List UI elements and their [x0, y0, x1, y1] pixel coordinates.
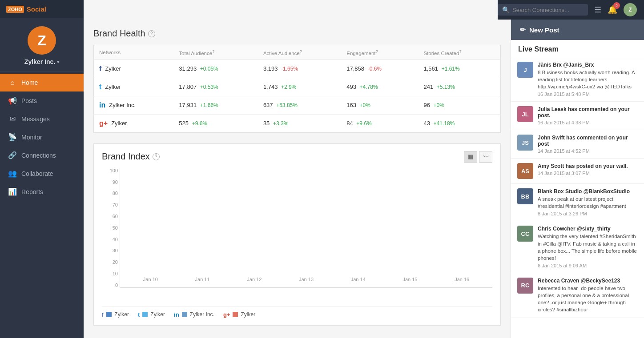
stream-content: Jānis Brx @Janis_Brx 8 Business books ac… [538, 62, 638, 97]
list-item[interactable]: JS John Swift has commented on your post… [511, 130, 644, 159]
sidebar: ZOHO Social Z Zylker Inc. ▾ ⌂ Home 📢 Pos… [0, 0, 84, 338]
legend-item: t Zylker [138, 311, 165, 318]
new-post-button[interactable]: ✏ New Post [511, 20, 644, 40]
search-input[interactable] [512, 7, 584, 13]
y-label: 60 [102, 214, 118, 219]
avatar: JS [517, 135, 533, 151]
topbar: 🔍 ☰ 🔔 2 Z [498, 0, 644, 20]
stream-content: Amy Scott has posted on your wall. 14 Ja… [538, 163, 638, 176]
sidebar-item-home[interactable]: ⌂ Home [0, 74, 84, 91]
stories-cell: 1,561 +1.61% [418, 60, 500, 78]
y-label: 40 [102, 237, 118, 242]
stream-time: 16 Jan 2015 at 4:38 PM [538, 120, 638, 125]
stream-text: Interested to hear- do people have two p… [538, 285, 638, 313]
engagement-cell: 163 +0% [341, 96, 418, 114]
y-label: 20 [102, 259, 118, 265]
active-audience-cell: 637 +53.85% [258, 96, 341, 114]
reports-icon: 📊 [8, 187, 17, 196]
posts-icon: 📢 [8, 96, 17, 105]
stream-content: John Swift has commented on your post 14… [538, 135, 638, 154]
bar-chart-toggle[interactable]: ▦ [464, 151, 477, 163]
stream-name: Julia Leask has commented on your post. [538, 106, 638, 119]
live-stream-list: J Jānis Brx @Janis_Brx 8 Business books … [511, 57, 644, 338]
stream-content: Julia Leask has commented on your post. … [538, 106, 638, 125]
x-axis-labels: Jan 10Jan 11Jan 12Jan 13Jan 14Jan 15Jan … [120, 277, 492, 282]
brand-index-chart: 0102030405060708090100 Jan 10Jan 11Jan 1… [102, 168, 492, 301]
user-avatar[interactable]: Z [624, 3, 637, 16]
brand-index-header: Brand Index ? ▦ 〰 [102, 151, 492, 163]
list-item[interactable]: J Jānis Brx @Janis_Brx 8 Business books … [511, 57, 644, 102]
stream-name: Rebecca Craven @BeckySee123 [538, 278, 638, 284]
network-cell: in Zylker Inc. [94, 96, 174, 114]
brand-index-help-icon[interactable]: ? [153, 153, 160, 160]
stream-name: Amy Scott has posted on your wall. [538, 163, 638, 169]
table-row: t Zylker 17,807 +0.53% 1,743 +2.9% 493 +… [94, 78, 501, 96]
collaborate-icon: 👥 [8, 169, 17, 178]
list-item[interactable]: BB Blank Box Studio @BlankBoxStudio A sn… [511, 184, 644, 221]
engagement-cell: 84 +9.6% [341, 114, 418, 132]
sidebar-item-collaborate[interactable]: 👥 Collaborate [0, 164, 84, 183]
active-audience-cell: 1,743 +2.9% [258, 78, 341, 96]
avatar: BB [517, 188, 533, 204]
live-stream-header: Live Stream [511, 40, 644, 57]
line-chart-toggle[interactable]: 〰 [479, 151, 492, 163]
list-item[interactable]: CC Chris Cowcher @sixty_thirty Watching … [511, 221, 644, 273]
stream-content: Rebecca Craven @BeckySee123 Interested t… [538, 278, 638, 313]
engagement-cell: 493 +4.78% [341, 78, 418, 96]
search-icon: 🔍 [502, 6, 510, 13]
right-sidebar: ✏ New Post Live Stream J Jānis Brx @Jani… [511, 20, 644, 338]
x-label: Jan 12 [228, 277, 280, 282]
col-engagement: Engagement? [341, 45, 418, 60]
stream-time: 14 Jan 2015 at 4:52 PM [538, 148, 638, 154]
y-axis-labels: 0102030405060708090100 [102, 168, 118, 288]
content-area: Brand Health ? Networks Total Audience? … [84, 20, 511, 338]
sidebar-item-reports[interactable]: 📊 Reports [0, 183, 84, 201]
notification-bell[interactable]: 🔔 2 [608, 5, 617, 15]
y-label: 90 [102, 179, 118, 185]
legend-item: g+ Zylker [223, 311, 255, 318]
chart-toggle: ▦ 〰 [464, 151, 492, 163]
stream-name: John Swift has commented on your post [538, 135, 638, 147]
monitor-icon: 📡 [8, 133, 17, 141]
brand-health-table: Networks Total Audience? Active Audience… [93, 45, 501, 133]
sidebar-item-posts[interactable]: 📢 Posts [0, 91, 84, 110]
table-row: g+ Zylker 525 +9.6% 35 +3.3% 84 +9.6% 43… [94, 114, 501, 132]
engagement-cell: 17,858 -0.6% [341, 60, 418, 78]
stream-name: Blank Box Studio @BlankBoxStudio [538, 188, 638, 195]
stream-text: Watching the very talented #SheridanSmit… [538, 233, 638, 261]
network-cell: f Zylker [94, 60, 174, 78]
col-stories: Stories Created? [418, 45, 500, 60]
sidebar-item-monitor[interactable]: 📡 Monitor [0, 128, 84, 146]
search-box[interactable]: 🔍 [498, 4, 588, 16]
home-icon: ⌂ [8, 79, 17, 87]
stream-content: Blank Box Studio @BlankBoxStudio A sneak… [538, 188, 638, 216]
total-audience-cell: 17,931 +1.66% [173, 96, 258, 114]
sidebar-item-messages[interactable]: ✉ Messages [0, 110, 84, 128]
org-name[interactable]: Zylker Inc. ▾ [0, 58, 84, 72]
chart-legend: f Zylker t Zylker in Zylker Inc. g+ Zylk… [102, 306, 492, 318]
list-item[interactable]: RC Rebecca Craven @BeckySee123 Intereste… [511, 273, 644, 318]
brand-health-title: Brand Health ? [93, 28, 501, 39]
sidebar-item-connections[interactable]: 🔗 Connections [0, 146, 84, 164]
list-item[interactable]: JL Julia Leask has commented on your pos… [511, 102, 644, 130]
org-dropdown-icon: ▾ [57, 60, 59, 64]
chart-bars [120, 168, 492, 274]
active-audience-cell: 35 +3.3% [258, 114, 341, 132]
col-total-audience: Total Audience? [173, 45, 258, 60]
brand-health-help-icon[interactable]: ? [148, 30, 155, 37]
avatar: RC [517, 278, 533, 294]
legend-item: f Zylker [102, 311, 129, 318]
brand-index-title: Brand Index ? [102, 151, 160, 162]
x-label: Jan 15 [384, 277, 436, 282]
menu-icon[interactable]: ☰ [594, 5, 601, 15]
y-label: 10 [102, 271, 118, 276]
network-cell: t Zylker [94, 78, 174, 96]
legend-item: in Zylker Inc. [174, 311, 214, 318]
zoho-logo-box: ZOHO [6, 6, 24, 13]
list-item[interactable]: AS Amy Scott has posted on your wall. 14… [511, 159, 644, 184]
sidebar-brand: ZOHO Social [0, 0, 84, 18]
chart-area: Jan 10Jan 11Jan 12Jan 13Jan 14Jan 15Jan … [120, 168, 492, 288]
stories-cell: 96 +0% [418, 96, 500, 114]
notification-count: 2 [613, 2, 620, 9]
stream-time: 16 Jan 2015 at 5:48 PM [538, 91, 638, 97]
